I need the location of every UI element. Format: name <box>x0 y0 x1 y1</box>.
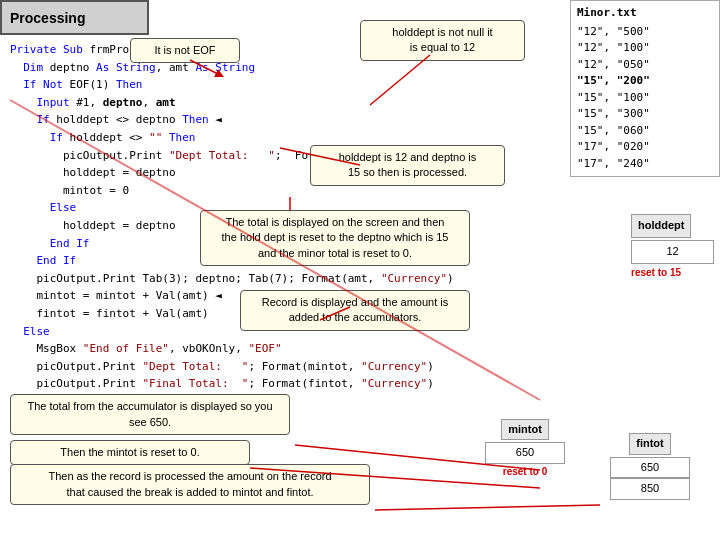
minor-line-2: "12", "100" <box>577 40 713 57</box>
code-line-2: Dim deptno As String, amt As String <box>10 59 565 77</box>
title-text: Processing <box>10 10 85 26</box>
code-line-3: If Not EOF(1) Then <box>10 76 565 94</box>
fintot-label: fintot <box>629 433 670 455</box>
minor-line-6: "15", "300" <box>577 106 713 123</box>
code-line-4: Input #1, deptno, amt <box>10 94 565 112</box>
holddept-value: 12 <box>631 240 714 264</box>
callout-record-display: Record is displayed and the amount isadd… <box>240 290 470 331</box>
minor-line-5: "15", "100" <box>577 90 713 107</box>
minor-line-4-highlight: "15", "200" <box>577 73 713 90</box>
minor-line-7: "15", "060" <box>577 123 713 140</box>
callout-not-eof: It is not EOF <box>130 38 240 63</box>
fintot-value1: 650 <box>610 457 690 479</box>
svg-line-8 <box>375 505 600 510</box>
callout-holddept-12: holddept is 12 and deptno is15 so then i… <box>310 145 505 186</box>
holddept-reset: reset to 15 <box>631 264 714 282</box>
callout-null-check: holddept is not null itis equal to 12 <box>360 20 525 61</box>
mintot-reset: reset to 0 <box>485 464 565 480</box>
mintot-label: mintot <box>501 419 549 441</box>
holddept-panel: holddept 12 reset to 15 <box>625 210 720 286</box>
minor-line-3: "12", "050" <box>577 57 713 74</box>
code-line-19: picOutput.Print "Dept Total: "; Format(m… <box>10 358 565 376</box>
mintot-value: 650 <box>485 442 565 464</box>
code-line-6: If holddept <> "" Then <box>10 129 565 147</box>
code-line-18: MsgBox "End of File", vbOKOnly, "EOF" <box>10 340 565 358</box>
code-line-14: picOutput.Print Tab(3); deptno; Tab(7); … <box>10 270 565 288</box>
minor-txt-panel: Minor.txt "12", "500" "12", "100" "12", … <box>570 0 720 177</box>
holddept-label: holddept <box>631 214 691 238</box>
minor-line-9: "17", "240" <box>577 156 713 173</box>
minor-line-1: "12", "500" <box>577 24 713 41</box>
callout-mintot-reset: Then the mintot is reset to 0. <box>10 440 250 465</box>
minor-line-8: "17", "020" <box>577 139 713 156</box>
fintot-panel: fintot 650 850 <box>610 433 690 500</box>
mintot-panel: mintot 650 reset to 0 <box>485 419 565 480</box>
fintot-value2: 850 <box>610 478 690 500</box>
callout-accumulator: The total from the accumulator is displa… <box>10 394 290 435</box>
code-line-20: picOutput.Print "Final Total: "; Format(… <box>10 375 565 393</box>
code-line-5: If holddept <> deptno Then ◄ <box>10 111 565 129</box>
title-bar: Processing <box>0 0 149 35</box>
callout-record-processed: Then as the record is processed the amou… <box>10 464 370 505</box>
callout-total-display: The total is displayed on the screen and… <box>200 210 470 266</box>
minor-txt-title: Minor.txt <box>577 5 713 22</box>
